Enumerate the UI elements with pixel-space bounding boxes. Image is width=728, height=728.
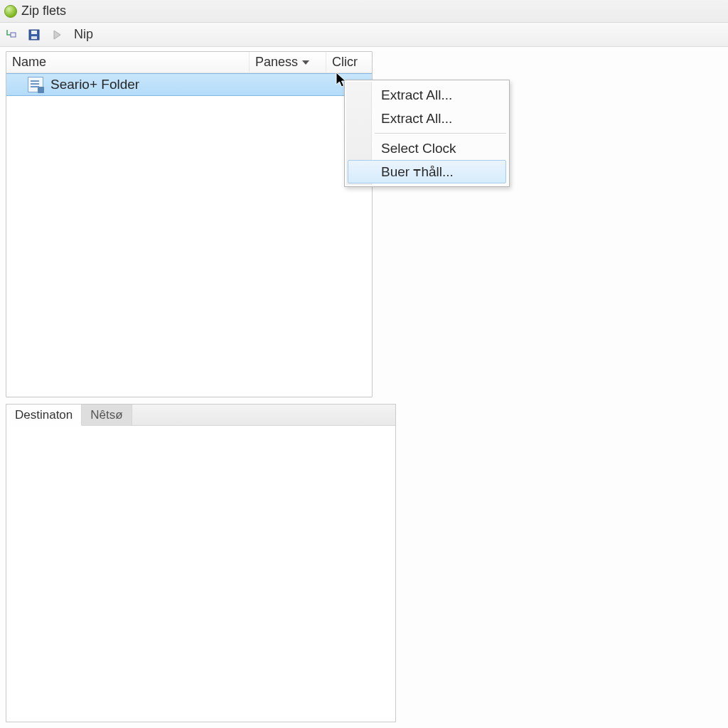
play-icon[interactable]	[50, 28, 64, 42]
list-item-label: Seario+ Folder	[50, 77, 139, 92]
menu-item-select-clock[interactable]: Select Clock	[348, 136, 506, 160]
menu-item-buer-thall[interactable]: Buer ᴛhåll...	[348, 160, 506, 183]
svg-rect-3	[31, 36, 37, 39]
menu-item-extract-all-1[interactable]: Extract All...	[348, 83, 506, 107]
column-clicr[interactable]: Clicr	[326, 52, 372, 73]
menu-item-extract-all-2[interactable]: Extract All...	[348, 107, 506, 130]
list-item[interactable]: Seario+ Folder	[6, 73, 372, 96]
svg-rect-0	[11, 33, 16, 37]
svg-marker-4	[54, 31, 60, 39]
file-list-panel: Name Paness Clicr Seario+ Folder	[6, 51, 373, 397]
tab-netso[interactable]: Nêtsø	[82, 405, 132, 425]
destination-panel: Destinaton Nêtsø	[6, 404, 396, 722]
menu-item-label: Buer ᴛhåll...	[381, 164, 454, 180]
app-icon	[4, 5, 17, 18]
list-body: Seario+ Folder	[6, 73, 372, 397]
column-paness-label: Paness	[255, 55, 298, 70]
list-header: Name Paness Clicr	[6, 52, 372, 73]
context-menu: Extract All... Extract All... Select Clo…	[344, 80, 510, 187]
tab-destination[interactable]: Destinaton	[6, 405, 82, 426]
menu-item-label: Select Clock	[381, 141, 456, 156]
disk-icon[interactable]	[27, 28, 41, 42]
column-name[interactable]: Name	[6, 52, 250, 73]
column-clicr-label: Clicr	[332, 55, 358, 70]
toolbar-nip-label[interactable]: Nip	[74, 27, 93, 42]
menu-item-label: Extract All...	[381, 111, 452, 127]
tab-label: Destinaton	[15, 408, 73, 422]
tabstrip: Destinaton Nêtsø	[6, 405, 395, 426]
chevron-down-icon	[302, 60, 309, 65]
menu-item-label: Extract All...	[381, 87, 452, 103]
tree-indent-icon[interactable]	[4, 28, 18, 42]
title-bar: Zip flets	[0, 0, 728, 23]
column-paness[interactable]: Paness	[250, 52, 326, 73]
file-icon	[28, 77, 43, 92]
svg-rect-2	[31, 31, 37, 34]
toolbar: Nip	[0, 23, 728, 47]
menu-separator	[375, 133, 506, 134]
tab-label: Nêtsø	[90, 408, 122, 422]
column-name-label: Name	[12, 55, 46, 70]
window-title: Zip flets	[21, 4, 66, 18]
